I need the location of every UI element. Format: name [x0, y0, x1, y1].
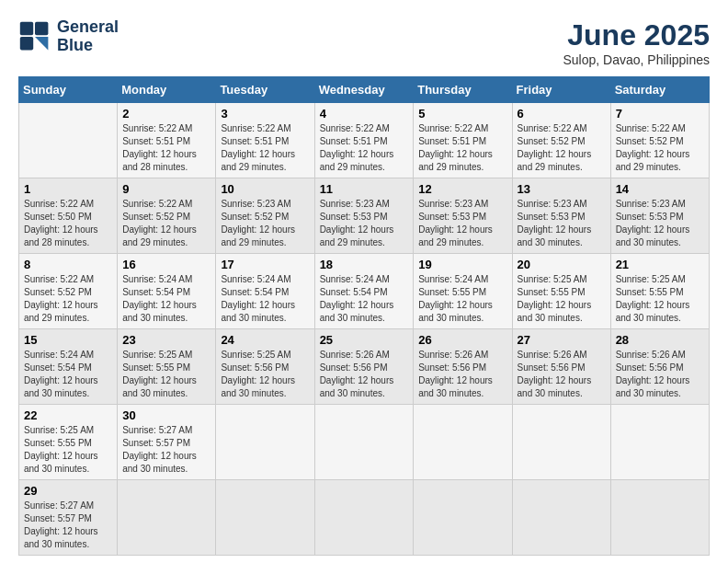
day-info: Sunrise: 5:24 AM Sunset: 5:54 PM Dayligh… — [221, 273, 309, 325]
sunset-text: Sunset: 5:54 PM — [24, 362, 112, 374]
sunset-text: Sunset: 5:51 PM — [221, 135, 309, 148]
sunrise-text: Sunrise: 5:26 AM — [616, 349, 704, 362]
calendar-cell: 10 Sunrise: 5:23 AM Sunset: 5:52 PM Dayl… — [216, 178, 314, 254]
calendar-week-row: 29 Sunrise: 5:27 AM Sunset: 5:57 PM Dayl… — [19, 480, 710, 556]
daylight-text: Daylight: 12 hours and 30 minutes. — [122, 299, 210, 325]
calendar-cell: 1 Sunrise: 5:22 AM Sunset: 5:50 PM Dayli… — [19, 178, 118, 254]
daylight-text: Daylight: 12 hours and 29 minutes. — [616, 148, 704, 174]
calendar-cell — [314, 405, 414, 480]
sunrise-text: Sunrise: 5:23 AM — [320, 198, 409, 211]
calendar-cell: 18 Sunrise: 5:24 AM Sunset: 5:54 PM Dayl… — [314, 254, 414, 329]
day-number: 24 — [221, 333, 309, 347]
sunrise-text: Sunrise: 5:22 AM — [24, 273, 112, 286]
day-info: Sunrise: 5:23 AM Sunset: 5:53 PM Dayligh… — [320, 198, 409, 249]
calendar-cell: 16 Sunrise: 5:24 AM Sunset: 5:54 PM Dayl… — [118, 254, 216, 329]
day-number: 29 — [24, 484, 112, 498]
sunset-text: Sunset: 5:50 PM — [24, 211, 112, 224]
calendar-cell: 12 Sunrise: 5:23 AM Sunset: 5:53 PM Dayl… — [414, 178, 512, 254]
daylight-text: Daylight: 12 hours and 30 minutes. — [320, 374, 409, 400]
sunrise-text: Sunrise: 5:23 AM — [518, 198, 606, 211]
day-number: 28 — [616, 333, 704, 347]
header-monday: Monday — [118, 77, 216, 103]
sunset-text: Sunset: 5:54 PM — [122, 286, 210, 299]
sunrise-text: Sunrise: 5:22 AM — [122, 122, 210, 135]
title-area: June 2025 Sulop, Davao, Philippines — [563, 18, 710, 67]
day-number: 13 — [518, 182, 606, 196]
calendar-cell: 22 Sunrise: 5:25 AM Sunset: 5:55 PM Dayl… — [19, 405, 118, 480]
daylight-text: Daylight: 12 hours and 29 minutes. — [221, 148, 309, 174]
sunset-text: Sunset: 5:51 PM — [418, 135, 506, 148]
calendar-cell: 30 Sunrise: 5:27 AM Sunset: 5:57 PM Dayl… — [118, 405, 216, 480]
sunset-text: Sunset: 5:52 PM — [122, 211, 210, 224]
sunrise-text: Sunrise: 5:23 AM — [418, 198, 506, 211]
day-info: Sunrise: 5:24 AM Sunset: 5:54 PM Dayligh… — [320, 273, 409, 325]
sunrise-text: Sunrise: 5:22 AM — [418, 122, 506, 135]
day-info: Sunrise: 5:22 AM Sunset: 5:51 PM Dayligh… — [418, 122, 506, 174]
day-number: 7 — [616, 107, 704, 121]
calendar-cell: 6 Sunrise: 5:22 AM Sunset: 5:52 PM Dayli… — [512, 103, 610, 178]
sunrise-text: Sunrise: 5:24 AM — [24, 349, 112, 362]
day-info: Sunrise: 5:22 AM Sunset: 5:51 PM Dayligh… — [122, 122, 210, 174]
calendar-cell: 7 Sunrise: 5:22 AM Sunset: 5:52 PM Dayli… — [610, 103, 709, 178]
header-friday: Friday — [512, 77, 610, 103]
header-sunday: Sunday — [19, 77, 118, 103]
calendar-cell: 17 Sunrise: 5:24 AM Sunset: 5:54 PM Dayl… — [216, 254, 314, 329]
daylight-text: Daylight: 12 hours and 29 minutes. — [518, 148, 606, 174]
day-number: 22 — [24, 408, 112, 422]
sunset-text: Sunset: 5:53 PM — [320, 211, 409, 224]
header-saturday: Saturday — [610, 77, 709, 103]
day-number: 2 — [122, 107, 210, 121]
sunset-text: Sunset: 5:52 PM — [24, 286, 112, 299]
sunset-text: Sunset: 5:52 PM — [221, 211, 309, 224]
day-number: 18 — [320, 258, 409, 271]
day-number: 16 — [122, 258, 210, 271]
sunset-text: Sunset: 5:51 PM — [122, 135, 210, 148]
sunset-text: Sunset: 5:57 PM — [24, 512, 112, 525]
daylight-text: Daylight: 12 hours and 28 minutes. — [24, 224, 112, 249]
day-info: Sunrise: 5:26 AM Sunset: 5:56 PM Dayligh… — [518, 349, 606, 400]
calendar-week-row: 1 Sunrise: 5:22 AM Sunset: 5:50 PM Dayli… — [19, 178, 710, 254]
calendar-cell — [414, 405, 512, 480]
day-number: 19 — [418, 258, 506, 271]
sunrise-text: Sunrise: 5:22 AM — [616, 122, 704, 135]
sunset-text: Sunset: 5:55 PM — [616, 286, 704, 299]
svg-rect-3 — [20, 37, 33, 50]
day-info: Sunrise: 5:25 AM Sunset: 5:56 PM Dayligh… — [221, 349, 309, 400]
day-info: Sunrise: 5:22 AM Sunset: 5:50 PM Dayligh… — [24, 198, 112, 249]
calendar-cell: 29 Sunrise: 5:27 AM Sunset: 5:57 PM Dayl… — [19, 480, 118, 556]
sunset-text: Sunset: 5:53 PM — [518, 211, 606, 224]
sunset-text: Sunset: 5:56 PM — [418, 362, 506, 374]
calendar-cell — [610, 480, 709, 556]
day-info: Sunrise: 5:25 AM Sunset: 5:55 PM Dayligh… — [616, 273, 704, 325]
sunset-text: Sunset: 5:55 PM — [24, 437, 112, 450]
calendar-cell — [512, 405, 610, 480]
calendar-table: Sunday Monday Tuesday Wednesday Thursday… — [18, 76, 710, 556]
daylight-text: Daylight: 12 hours and 30 minutes. — [221, 374, 309, 400]
day-info: Sunrise: 5:22 AM Sunset: 5:52 PM Dayligh… — [24, 273, 112, 325]
sunset-text: Sunset: 5:55 PM — [122, 362, 210, 374]
daylight-text: Daylight: 12 hours and 30 minutes. — [24, 374, 112, 400]
calendar-cell — [314, 480, 414, 556]
calendar-cell: 25 Sunrise: 5:26 AM Sunset: 5:56 PM Dayl… — [314, 329, 414, 405]
sunrise-text: Sunrise: 5:27 AM — [24, 500, 112, 512]
calendar-cell: 13 Sunrise: 5:23 AM Sunset: 5:53 PM Dayl… — [512, 178, 610, 254]
sunset-text: Sunset: 5:57 PM — [122, 437, 210, 450]
day-number: 10 — [221, 182, 309, 196]
svg-rect-2 — [35, 22, 48, 35]
calendar-body: 2 Sunrise: 5:22 AM Sunset: 5:51 PM Dayli… — [19, 103, 710, 556]
sunset-text: Sunset: 5:53 PM — [616, 211, 704, 224]
day-info: Sunrise: 5:26 AM Sunset: 5:56 PM Dayligh… — [418, 349, 506, 400]
calendar-week-row: 8 Sunrise: 5:22 AM Sunset: 5:52 PM Dayli… — [19, 254, 710, 329]
sunset-text: Sunset: 5:52 PM — [518, 135, 606, 148]
day-info: Sunrise: 5:22 AM Sunset: 5:51 PM Dayligh… — [221, 122, 309, 174]
sunset-text: Sunset: 5:54 PM — [320, 286, 409, 299]
daylight-text: Daylight: 12 hours and 29 minutes. — [122, 224, 210, 249]
sunrise-text: Sunrise: 5:25 AM — [221, 349, 309, 362]
day-number: 23 — [122, 333, 210, 347]
sunrise-text: Sunrise: 5:24 AM — [221, 273, 309, 286]
daylight-text: Daylight: 12 hours and 30 minutes. — [320, 299, 409, 325]
calendar-header-row: Sunday Monday Tuesday Wednesday Thursday… — [19, 77, 710, 103]
sunset-text: Sunset: 5:56 PM — [221, 362, 309, 374]
svg-rect-1 — [20, 22, 33, 35]
day-info: Sunrise: 5:22 AM Sunset: 5:52 PM Dayligh… — [518, 122, 606, 174]
